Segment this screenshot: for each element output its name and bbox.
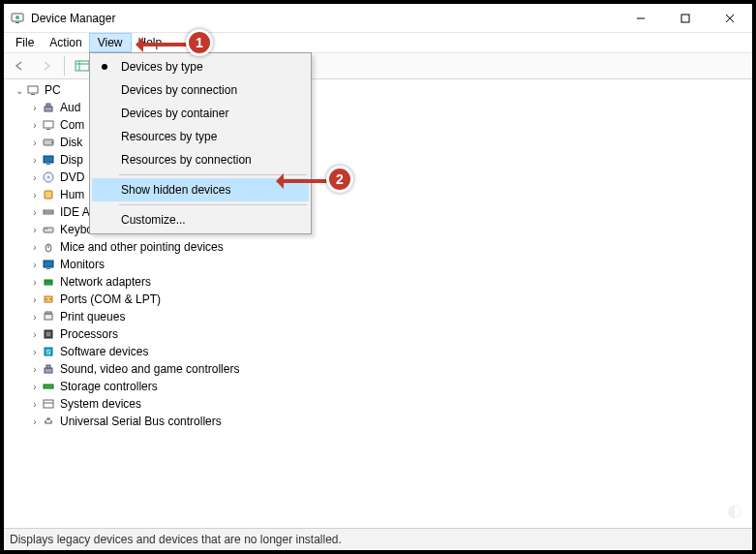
menu-item-customize[interactable]: Customize... xyxy=(92,208,309,231)
tree-item-label: Network adapters xyxy=(60,275,151,289)
expand-icon[interactable]: › xyxy=(29,416,41,427)
expand-icon[interactable]: › xyxy=(29,225,41,235)
device-category-icon xyxy=(41,274,56,290)
menu-item-label: Devices by container xyxy=(121,107,228,120)
svg-rect-46 xyxy=(44,400,53,408)
expand-icon[interactable]: › xyxy=(29,382,41,392)
menu-bar: File Action View Help xyxy=(4,33,752,52)
status-bar: Displays legacy devices and devices that… xyxy=(4,528,752,550)
menu-item-devices-by-type[interactable]: Devices by type xyxy=(92,55,309,78)
tree-item[interactable]: ›Processors xyxy=(29,325,752,343)
tree-item-label: Processors xyxy=(60,327,118,341)
svg-rect-7 xyxy=(76,61,89,71)
svg-rect-37 xyxy=(45,314,52,320)
menu-item-label: Devices by connection xyxy=(121,83,237,97)
expand-icon[interactable]: › xyxy=(29,260,41,270)
tree-item[interactable]: ›SSoftware devices xyxy=(29,343,752,360)
minimize-button[interactable] xyxy=(619,4,663,32)
back-button[interactable] xyxy=(8,55,31,77)
titlebar: Device Manager xyxy=(4,4,752,33)
svg-point-21 xyxy=(47,176,49,178)
svg-point-35 xyxy=(45,298,47,300)
expand-icon[interactable]: › xyxy=(29,347,41,357)
svg-rect-38 xyxy=(45,312,51,314)
menu-item-devices-by-container[interactable]: Devices by container xyxy=(92,102,309,125)
expand-icon[interactable]: › xyxy=(29,329,41,340)
tree-item[interactable]: ›Mice and other pointing devices xyxy=(29,238,752,256)
view-dropdown: Devices by type Devices by connection De… xyxy=(89,52,312,234)
device-category-icon xyxy=(41,100,56,115)
svg-rect-25 xyxy=(44,228,53,232)
maximize-button[interactable] xyxy=(663,4,708,32)
tree-item-label: System devices xyxy=(60,397,141,411)
annotation-marker-2: 2 xyxy=(326,166,353,193)
svg-rect-12 xyxy=(45,107,52,111)
menu-view[interactable]: View xyxy=(90,34,131,51)
menu-item-label: Show hidden devices xyxy=(121,183,230,197)
device-category-icon xyxy=(41,309,56,324)
svg-point-36 xyxy=(49,298,51,300)
menu-item-label: Customize... xyxy=(121,213,186,227)
expand-icon[interactable]: › xyxy=(29,120,41,131)
tree-item[interactable]: ›Monitors xyxy=(29,256,752,273)
menu-item-resources-by-type[interactable]: Resources by type xyxy=(92,125,309,148)
device-category-icon xyxy=(41,187,56,202)
collapse-icon[interactable]: ⌄ xyxy=(14,85,25,96)
expand-icon[interactable]: › xyxy=(29,138,41,148)
expand-icon[interactable]: › xyxy=(29,399,41,410)
menu-item-label: Resources by connection xyxy=(121,153,252,167)
close-button[interactable] xyxy=(708,4,752,32)
expand-icon[interactable]: › xyxy=(29,294,41,305)
expand-icon[interactable]: › xyxy=(29,242,41,253)
svg-rect-22 xyxy=(45,191,52,199)
svg-rect-1 xyxy=(15,22,19,23)
window-title: Device Manager xyxy=(31,12,619,25)
expand-icon[interactable]: › xyxy=(29,172,41,183)
svg-point-17 xyxy=(51,141,53,143)
tree-item-label: Universal Serial Bus controllers xyxy=(60,415,222,428)
menu-action[interactable]: Action xyxy=(42,34,89,51)
expand-icon[interactable]: › xyxy=(29,207,41,218)
device-manager-icon xyxy=(10,11,25,26)
device-category-icon xyxy=(41,152,56,168)
device-category-icon xyxy=(41,414,56,429)
menu-item-devices-by-connection[interactable]: Devices by connection xyxy=(92,78,309,102)
tree-item[interactable]: ›Network adapters xyxy=(29,273,752,291)
tree-item[interactable]: ›Universal Serial Bus controllers xyxy=(29,413,752,430)
expand-icon[interactable]: › xyxy=(29,312,41,323)
window-controls xyxy=(619,4,752,32)
forward-button[interactable] xyxy=(35,55,58,77)
device-category-icon xyxy=(41,169,56,185)
menu-file[interactable]: File xyxy=(8,34,42,51)
tree-item-label: Software devices xyxy=(60,345,148,358)
tree-item[interactable]: ›Sound, video and game controllers xyxy=(29,360,752,378)
tree-item-label: Monitors xyxy=(60,258,105,271)
svg-rect-44 xyxy=(46,365,50,368)
expand-icon[interactable]: › xyxy=(29,103,41,113)
tree-item-label: Storage controllers xyxy=(60,380,158,393)
tree-item-label: Hum xyxy=(60,188,84,201)
menu-item-label: Resources by type xyxy=(121,130,217,143)
expand-icon[interactable]: › xyxy=(29,277,41,288)
svg-rect-18 xyxy=(44,156,53,163)
svg-rect-4 xyxy=(681,15,689,22)
expand-icon[interactable]: › xyxy=(29,364,41,375)
expand-icon[interactable]: › xyxy=(29,155,41,166)
svg-rect-40 xyxy=(46,332,50,336)
toolbar-separator xyxy=(64,56,65,76)
tree-item[interactable]: ›Storage controllers xyxy=(29,378,752,395)
tree-item[interactable]: ›Ports (COM & LPT) xyxy=(29,291,752,308)
tree-root-label: PC xyxy=(45,83,61,97)
device-category-icon xyxy=(41,396,56,412)
svg-rect-45 xyxy=(44,385,53,388)
svg-rect-13 xyxy=(46,104,50,107)
window: Device Manager File Action View Help xyxy=(4,4,752,550)
tree-item[interactable]: ›System devices xyxy=(29,395,752,413)
device-category-icon xyxy=(41,361,56,377)
tree-item[interactable]: ›Print queues xyxy=(29,308,752,325)
expand-icon[interactable]: › xyxy=(29,190,41,200)
svg-rect-43 xyxy=(45,368,52,373)
device-category-icon xyxy=(41,117,56,133)
annotation-arrow xyxy=(280,179,328,183)
menu-item-resources-by-connection[interactable]: Resources by connection xyxy=(92,148,309,171)
